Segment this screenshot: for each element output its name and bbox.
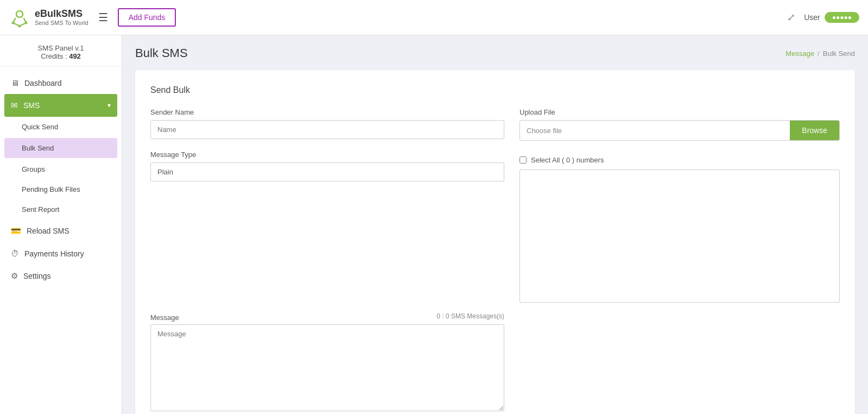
header: eBulkSMS Send SMS To World ☰ Add Funds ⤢… <box>0 0 868 35</box>
user-label: User <box>804 13 820 22</box>
sidebar-item-settings[interactable]: ⚙ Settings <box>0 265 122 287</box>
sent-report-label: Sent Report <box>22 205 59 214</box>
message-type-input[interactable] <box>150 162 504 181</box>
message-textarea[interactable] <box>150 324 504 411</box>
header-right: ⤢ User ●●●●● <box>787 11 859 23</box>
sidebar-item-label: Payments History <box>24 249 84 258</box>
svg-point-0 <box>16 11 23 17</box>
select-all-label: Select All ( 0 ) numbers <box>531 156 604 164</box>
message-col: Message 0 : 0 SMS Messages(s) <box>150 312 504 413</box>
sms-icon: ✉ <box>11 101 18 110</box>
sidebar-item-label: Dashboard <box>24 79 62 87</box>
sidebar-item-sms[interactable]: ✉ SMS ▾ <box>4 94 117 117</box>
sender-name-label: Sender Name <box>150 108 504 116</box>
upload-file-col: Upload File Choose file Browse <box>519 108 840 141</box>
page-header: Bulk SMS Message / Bulk Send <box>135 46 855 60</box>
svg-point-7 <box>18 25 21 28</box>
form-row-1: Sender Name Upload File Choose file Brow… <box>150 108 840 141</box>
sidebar-item-label: Settings <box>23 272 51 280</box>
sidebar-nav: 🖥 Dashboard ✉ SMS ▾ Quick Send Bulk Send… <box>0 66 122 293</box>
logo-area: eBulkSMS Send SMS To World <box>9 7 88 28</box>
gear-icon: ⚙ <box>11 271 18 281</box>
select-all-checkbox[interactable] <box>519 156 527 164</box>
upload-file-label: Upload File <box>519 108 840 116</box>
user-area: User ●●●●● <box>804 12 859 23</box>
add-funds-button[interactable]: Add Funds <box>118 8 176 27</box>
chevron-down-icon: ▾ <box>107 102 111 109</box>
numbers-col: Select All ( 0 ) numbers <box>519 150 840 303</box>
logo-title: eBulkSMS <box>35 8 88 20</box>
svg-point-5 <box>12 22 15 24</box>
sidebar-item-dashboard[interactable]: 🖥 Dashboard <box>0 72 122 94</box>
breadcrumb-separator: / <box>818 49 820 58</box>
sidebar-item-pending-bulk-files[interactable]: Pending Bulk Files <box>0 179 122 199</box>
svg-point-6 <box>25 22 28 24</box>
message-type-col: Message Type <box>150 150 504 303</box>
form-row-2: Message Type Select All ( 0 ) numbers <box>150 150 840 303</box>
monitor-icon: 🖥 <box>11 78 19 87</box>
choose-file-text: Choose file <box>520 122 790 140</box>
hamburger-icon[interactable]: ☰ <box>98 11 108 24</box>
logo-subtitle: Send SMS To World <box>35 20 88 27</box>
message-type-label: Message Type <box>150 150 504 159</box>
card-title: Send Bulk <box>150 85 840 95</box>
credits-value: 492 <box>69 52 81 60</box>
message-counter: 0 : 0 SMS Messages(s) <box>436 312 504 320</box>
sidebar-panel-info: SMS Panel v.1 Credits : 492 <box>0 35 122 66</box>
user-badge: ●●●●● <box>825 12 859 23</box>
page-title: Bulk SMS <box>135 46 188 60</box>
sidebar-item-bulk-send[interactable]: Bulk Send <box>4 138 117 158</box>
message-label: Message <box>150 313 179 322</box>
numbers-box <box>519 170 840 303</box>
sidebar-item-groups[interactable]: Groups <box>0 159 122 179</box>
select-all-row: Select All ( 0 ) numbers <box>519 156 840 164</box>
browse-button[interactable]: Browse <box>790 121 839 140</box>
bulk-send-label: Bulk Send <box>22 144 54 152</box>
groups-label: Groups <box>22 165 45 173</box>
sidebar-item-label: Reload SMS <box>27 227 69 235</box>
credits-row: Credits : 492 <box>0 52 122 60</box>
right-placeholder <box>519 312 840 413</box>
expand-icon[interactable]: ⤢ <box>787 11 795 23</box>
reload-icon: 💳 <box>11 226 21 236</box>
sender-name-col: Sender Name <box>150 108 504 141</box>
pending-bulk-files-label: Pending Bulk Files <box>22 185 80 193</box>
history-icon: ⏱ <box>11 249 19 258</box>
sidebar-item-reload-sms[interactable]: 💳 Reload SMS <box>0 219 122 242</box>
layout: SMS Panel v.1 Credits : 492 🖥 Dashboard … <box>0 35 868 414</box>
breadcrumb-current: Bulk Send <box>823 49 855 58</box>
file-upload-row: Choose file Browse <box>519 120 840 141</box>
sidebar-item-quick-send[interactable]: Quick Send <box>0 117 122 137</box>
logo-text: eBulkSMS Send SMS To World <box>35 8 88 27</box>
form-row-3: Message 0 : 0 SMS Messages(s) <box>150 312 840 413</box>
panel-label: SMS Panel v.1 <box>0 44 122 52</box>
sidebar-item-sent-report[interactable]: Sent Report <box>0 199 122 219</box>
breadcrumb-message-link[interactable]: Message <box>785 49 814 58</box>
main-content: Bulk SMS Message / Bulk Send Send Bulk S… <box>122 35 868 414</box>
logo-icon <box>9 7 30 28</box>
send-bulk-card: Send Bulk Sender Name Upload File Choose… <box>135 70 855 414</box>
quick-send-label: Quick Send <box>22 123 58 131</box>
sidebar: SMS Panel v.1 Credits : 492 🖥 Dashboard … <box>0 35 122 414</box>
breadcrumb: Message / Bulk Send <box>785 49 855 58</box>
sidebar-item-payments-history[interactable]: ⏱ Payments History <box>0 242 122 265</box>
sidebar-item-label: SMS <box>23 101 40 110</box>
sender-name-input[interactable] <box>150 120 504 139</box>
